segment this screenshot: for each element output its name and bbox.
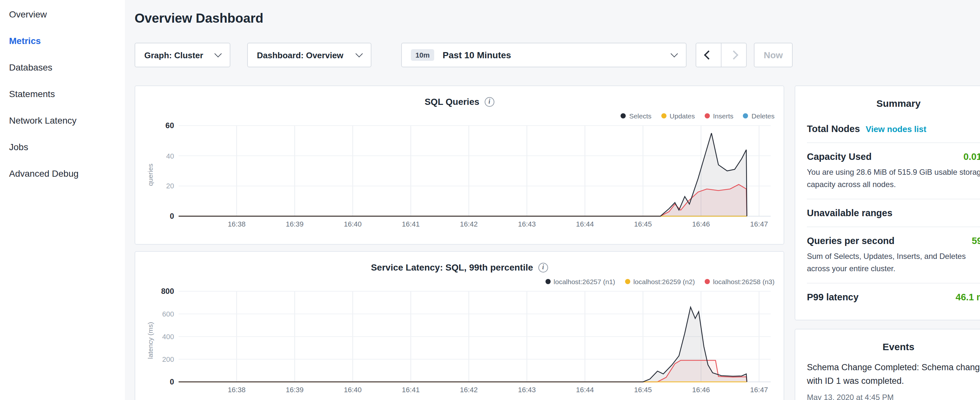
- graph-dropdown-label: Graph: Cluster: [144, 50, 203, 60]
- chart-plot-area: 16:3816:3916:4016:4116:4216:4316:4416:45…: [178, 124, 771, 230]
- x-tick-label: 16:44: [569, 220, 601, 228]
- chart-header: Service Latency: SQL, 99th percentile i: [144, 252, 775, 274]
- summary-row: P99 latency46.1 ms: [807, 283, 980, 311]
- chart-title: Service Latency: SQL, 99th percentile: [371, 262, 533, 273]
- sidebar-item-statements[interactable]: Statements: [0, 81, 125, 107]
- x-tick-label: 16:42: [453, 386, 485, 394]
- x-tick-label: 16:41: [395, 386, 427, 394]
- summary-row: Unavailable ranges0: [807, 199, 980, 226]
- chart-body: queries 0204060 16:3816:3916:4016:4116:4…: [144, 124, 775, 230]
- summary-description: Sum of Selects, Updates, Inserts, and De…: [807, 250, 980, 274]
- x-tick-label: 16:38: [220, 220, 253, 228]
- x-tick-label: 16:44: [569, 386, 601, 394]
- legend-dot: [661, 113, 667, 118]
- chart-plot-area: 16:3816:3916:4016:4116:4216:4316:4416:45…: [178, 289, 771, 395]
- y-tick-label: 200: [162, 355, 174, 364]
- event-timestamp: May 13, 2020 at 4:45 PM: [807, 393, 980, 400]
- time-prev-button[interactable]: [695, 43, 721, 67]
- y-tick-label: 0: [170, 377, 174, 386]
- legend-dot: [743, 113, 748, 118]
- time-range-label: Past 10 Minutes: [442, 50, 511, 60]
- summary-label: Total Nodes: [807, 124, 860, 134]
- legend-item[interactable]: localhost:26257 (n1): [545, 278, 615, 285]
- summary-card: Summary Total NodesView nodes list3Capac…: [795, 85, 980, 321]
- legend-label: Deletes: [752, 112, 775, 120]
- legend-dot: [545, 279, 550, 284]
- content-row: SQL Queries i SelectsUpdatesInsertsDelet…: [135, 85, 980, 400]
- y-tick-label: 60: [165, 121, 174, 130]
- sql-queries-chart-panel: SQL Queries i SelectsUpdatesInsertsDelet…: [135, 85, 784, 245]
- info-icon[interactable]: i: [538, 263, 548, 272]
- dashboard-dropdown-label: Dashboard: Overview: [257, 50, 343, 60]
- legend-item[interactable]: Deletes: [743, 112, 775, 120]
- chevron-down-icon: [356, 50, 363, 57]
- event-item[interactable]: Schema Change Completed: Schema change w…: [807, 359, 980, 400]
- now-button[interactable]: Now: [754, 43, 793, 67]
- x-tick-label: 16:39: [278, 220, 311, 228]
- summary-row: Total NodesView nodes list3: [807, 115, 980, 142]
- legend-item[interactable]: localhost:26259 (n2): [625, 278, 695, 285]
- events-card: Events Schema Change Completed: Schema c…: [795, 329, 980, 400]
- events-title: Events: [807, 339, 980, 359]
- x-tick-label: 16:46: [685, 386, 717, 394]
- toolbar: Graph: Cluster Dashboard: Overview 10m P…: [135, 43, 980, 67]
- legend-label: localhost:26258 (n3): [713, 278, 775, 285]
- sidebar-item-databases[interactable]: Databases: [0, 54, 125, 81]
- main-content: Overview Dashboard Graph: Cluster Dashbo…: [125, 0, 980, 400]
- summary-rows: Total NodesView nodes list3Capacity Used…: [807, 115, 980, 311]
- y-tick-label: 800: [161, 287, 174, 296]
- time-range-dropdown[interactable]: 10m Past 10 Minutes: [401, 43, 687, 67]
- view-nodes-link[interactable]: View nodes list: [866, 124, 926, 134]
- sidebar-item-jobs[interactable]: Jobs: [0, 134, 125, 161]
- x-tick-label: 16:39: [278, 386, 311, 394]
- summary-value: 0.01%: [964, 151, 980, 162]
- info-icon[interactable]: i: [485, 97, 494, 107]
- legend-item[interactable]: Selects: [621, 112, 652, 120]
- time-next-button[interactable]: [721, 43, 747, 67]
- x-tick-label: 16:47: [743, 386, 775, 394]
- x-tick-label: 16:38: [220, 386, 253, 394]
- event-text: Schema Change Completed: Schema change w…: [807, 362, 980, 389]
- summary-title: Summary: [807, 95, 980, 115]
- legend-dot: [705, 113, 710, 118]
- graph-dropdown[interactable]: Graph: Cluster: [135, 43, 231, 67]
- y-axis-title: latency (ms): [144, 289, 155, 395]
- sidebar-item-metrics[interactable]: Metrics: [0, 28, 125, 54]
- chart-plot[interactable]: [178, 289, 771, 384]
- summary-label: P99 latency: [807, 292, 859, 303]
- chart-legend: SelectsUpdatesInsertsDeletes: [144, 109, 775, 122]
- chevron-down-icon: [215, 50, 222, 57]
- chevron-left-icon: [704, 51, 713, 59]
- y-axis-title: queries: [144, 124, 155, 230]
- y-axis-ticks: 0204060: [155, 124, 178, 218]
- x-tick-label: 16:40: [336, 220, 369, 228]
- right-rail: Summary Total NodesView nodes list3Capac…: [795, 85, 980, 400]
- legend-item[interactable]: localhost:26258 (n3): [705, 278, 775, 285]
- y-axis-title-label: latency (ms): [146, 322, 154, 359]
- chart-header: SQL Queries i: [144, 86, 775, 109]
- dashboard-dropdown[interactable]: Dashboard: Overview: [247, 43, 371, 67]
- chart-body: latency (ms) 0200400600800 16:3816:3916:…: [144, 289, 775, 395]
- summary-row-header: Capacity Used0.01%: [807, 151, 980, 162]
- chart-plot[interactable]: [178, 124, 771, 218]
- legend-item[interactable]: Inserts: [705, 112, 733, 120]
- y-tick-label: 20: [166, 182, 174, 191]
- x-tick-label: 16:42: [453, 220, 485, 228]
- x-tick-label: 16:46: [685, 220, 717, 228]
- legend-label: Selects: [629, 112, 652, 120]
- legend-item[interactable]: Updates: [661, 112, 695, 120]
- x-tick-label: 16:47: [743, 220, 775, 228]
- sidebar-item-network-latency[interactable]: Network Latency: [0, 107, 125, 134]
- summary-row: Queries per second59.7Sum of Selects, Up…: [807, 226, 980, 283]
- chevron-right-icon: [729, 51, 738, 59]
- x-tick-label: 16:41: [395, 220, 427, 228]
- x-axis-ticks: 16:3816:3916:4016:4116:4216:4316:4416:45…: [178, 218, 771, 230]
- x-tick-label: 16:45: [627, 386, 659, 394]
- sidebar-item-overview[interactable]: Overview: [0, 1, 125, 28]
- x-axis-ticks: 16:3816:3916:4016:4116:4216:4316:4416:45…: [178, 384, 771, 395]
- events-list: Schema Change Completed: Schema change w…: [807, 359, 980, 400]
- sidebar-item-advanced-debug[interactable]: Advanced Debug: [0, 161, 125, 187]
- y-axis-ticks: 0200400600800: [155, 289, 178, 384]
- summary-row-header: Unavailable ranges0: [807, 208, 980, 218]
- legend-dot: [705, 279, 710, 284]
